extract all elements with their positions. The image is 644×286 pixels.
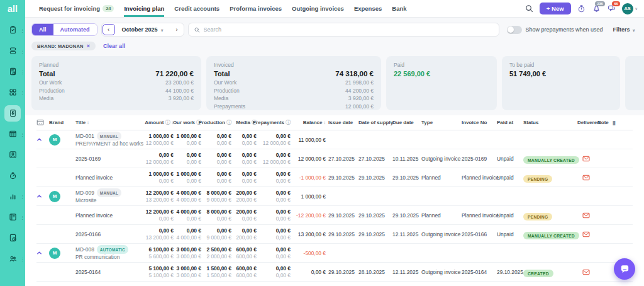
kebab-menu-icon[interactable]: ⋮ [20, 132, 25, 136]
tab-outgoing-invoices[interactable]: Outgoing invoices [292, 0, 344, 17]
envelope-delivery-icon[interactable] [582, 210, 590, 220]
filters-dropdown[interactable]: Filters ∨ [613, 26, 635, 33]
kebab-menu-icon[interactable]: ⋮ [20, 194, 25, 198]
kebab-menu-icon[interactable]: ⋮ [20, 90, 25, 94]
table-row[interactable]: 2025-01660,00 €13 200,00 €0,00 €4 000,00… [36, 225, 633, 244]
info-icon[interactable]: ⓘ [165, 119, 170, 126]
sidebar-item-spreadsheet[interactable]: ⋮ [0, 123, 25, 144]
tab-request-for-invoicing[interactable]: Request for invoicing24 [39, 0, 114, 17]
envelope-delivery-icon[interactable] [582, 172, 590, 183]
prepayments-toggle[interactable]: Show prepayments when used [507, 26, 603, 34]
active-filters-row: BRAND: MADONAN × Clear all [31, 40, 638, 52]
collapse-chevron-icon[interactable] [36, 250, 47, 256]
sidebar-item-projects[interactable]: ⋮ [0, 40, 25, 61]
sidebar-item-reports[interactable]: ⋮ [0, 186, 25, 207]
value-secondary: 0,00 € [234, 159, 257, 166]
user-menu[interactable]: AS ∨ [622, 3, 638, 14]
sidebar-item-document-clock[interactable] [0, 227, 25, 248]
info-icon[interactable]: ⓘ [226, 119, 231, 126]
sidebar-item-ledger[interactable]: ⋮ [0, 207, 25, 227]
cell-invoice-no[interactable]: 2025-0169 [462, 156, 497, 162]
sort-icon[interactable]: ↕ [324, 120, 326, 125]
cell-our_work: 0,00 €4 000,00 € [176, 227, 204, 241]
table-row-group-parent[interactable]: MMD-001MANUALPREPAYMENT ad hoc works1 00… [36, 130, 633, 149]
cell-balance: -500,00 € [293, 250, 328, 256]
sidebar-item-timer[interactable] [0, 165, 25, 186]
cell-type: Planned [421, 212, 462, 219]
tab-expenses[interactable]: Expenses [354, 0, 382, 17]
total-value: 71 220,00 € [155, 70, 194, 77]
sort-icon[interactable]: ↕ [87, 120, 89, 125]
table-row[interactable]: Planned invoice1 000,00 €0,00 €1 000,00 … [36, 168, 633, 187]
tab-proforma-invoices[interactable]: Proforma invoices [230, 0, 282, 17]
segment-all[interactable]: All [32, 24, 53, 35]
clear-all-link[interactable]: Clear all [103, 43, 125, 49]
table-row-group-parent[interactable]: MMD-009MANUALMicrosite12 200,00 €13 200,… [36, 187, 633, 206]
cell-amount: 1 000,00 €0,00 € [138, 171, 176, 185]
toggle-switch[interactable] [507, 26, 522, 34]
sidebar-item-invoicing[interactable] [0, 103, 25, 123]
envelope-delivery-icon[interactable] [582, 266, 590, 277]
header-label: Due date [392, 120, 414, 125]
sidebar-item-estimate[interactable]: ⋮ [0, 61, 25, 82]
cell-issue_date: 29.10.2025 [328, 269, 358, 275]
search-icon[interactable] [525, 4, 534, 13]
tab-credit-accounts[interactable]: Credit accounts [174, 0, 219, 17]
search-input[interactable] [204, 26, 494, 33]
table-row[interactable]: 2025-01690,00 €12 000,00 €0,00 €0,00 €0,… [36, 149, 633, 168]
column-header-title[interactable]: Title↕ [75, 120, 138, 125]
project-code-line: MD-001MANUAL [75, 132, 136, 140]
project-mode-tag: MANUAL [97, 188, 121, 197]
support-chat-button[interactable] [614, 258, 635, 280]
table-row[interactable]: Planned invoice12 200,00 €0,00 €4 000,00… [36, 206, 633, 225]
prev-month-button[interactable]: ‹ [103, 24, 115, 35]
kebab-menu-icon[interactable]: ⋮ [20, 69, 25, 74]
collapse-chevron-icon[interactable] [36, 137, 47, 142]
sidebar-item-team[interactable]: ⋮ [0, 248, 25, 269]
new-button[interactable]: + New [540, 3, 571, 14]
info-icon[interactable]: ⓘ [286, 119, 291, 126]
column-header-production[interactable]: Productionⓘ [204, 119, 234, 126]
timer-icon[interactable] [577, 4, 586, 13]
value-secondary: 600,00 € [234, 272, 257, 279]
column-settings-icon[interactable]: ||| [613, 120, 615, 125]
column-header-balance[interactable]: Balance↕ [293, 120, 328, 125]
envelope-delivery-icon[interactable] [582, 153, 590, 164]
tab-bank[interactable]: Bank [392, 0, 406, 17]
value-secondary: 0,00 € [204, 178, 231, 185]
header-label: Brand [49, 120, 64, 125]
sidebar-item-tasks[interactable]: ⋮ [0, 20, 25, 40]
sidebar-item-apps[interactable]: ⋮ [0, 82, 25, 103]
next-month-button[interactable]: › [170, 24, 183, 35]
column-header-amount[interactable]: Amountⓘ↕ [138, 119, 176, 126]
column-header-prepayments[interactable]: Prepaymentsⓘ [259, 119, 293, 126]
brand-filter-chip[interactable]: BRAND: MADONAN × [31, 42, 96, 50]
messages-icon[interactable]: 66 [607, 4, 616, 13]
segment-automated[interactable]: Automated [53, 24, 97, 35]
collapse-chevron-icon[interactable] [36, 193, 47, 199]
table-row[interactable]: 2025-01645 100,00 €5 100,00 €3 000,00 €3… [36, 263, 633, 282]
sidebar-item-contacts[interactable] [0, 144, 25, 165]
envelope-delivery-icon[interactable] [582, 229, 590, 239]
search-field[interactable] [188, 23, 499, 37]
cell-balance: 11 000,00 € [293, 137, 328, 143]
cell-invoice-no[interactable]: 2025-0166 [462, 231, 497, 237]
table-row-group-parent[interactable]: MMD-008AUTOMATICPR communication6 100,00… [36, 244, 633, 263]
tab-invoicing-plan[interactable]: Invoicing plan [124, 0, 164, 17]
cell-balance: -12 200,00 € [293, 212, 328, 219]
kebab-menu-icon[interactable]: ⋮ [20, 256, 25, 261]
project-subtitle: PREPAYMENT ad hoc works [75, 140, 136, 147]
value-secondary: 0,00 € [259, 253, 291, 260]
kebab-menu-icon[interactable]: ⋮ [20, 215, 25, 219]
notifications-bell-icon[interactable]: 236 [592, 4, 601, 13]
cell-our_work: 1 000,00 €0,00 € [176, 171, 204, 185]
status-badge: PENDING [523, 175, 552, 183]
kebab-menu-icon[interactable]: ⋮ [20, 28, 25, 32]
value-secondary: 0,00 € [204, 140, 231, 147]
remove-chip-icon[interactable]: × [87, 43, 90, 49]
cell-paid_at: Unpaid [497, 156, 523, 162]
kebab-menu-icon[interactable]: ⋮ [20, 49, 25, 53]
cell-invoice-no[interactable]: 2025-0164 [462, 269, 497, 275]
month-dropdown[interactable]: October 2025 ∨ [117, 24, 169, 35]
to-be-paid-value: 51 749,00 € [509, 70, 613, 77]
